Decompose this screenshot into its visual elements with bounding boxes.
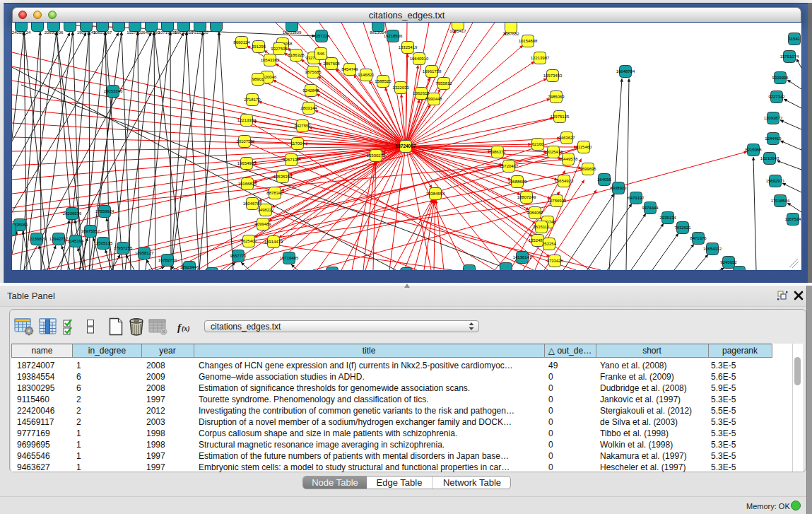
svg-text:1145194: 1145194: [68, 239, 85, 243]
svg-text:1322033: 1322033: [392, 86, 409, 90]
svg-text:7515520: 7515520: [192, 30, 208, 35]
svg-text:8186328: 8186328: [288, 53, 305, 57]
svg-text:1362615: 1362615: [413, 91, 430, 95]
svg-text:7357224: 7357224: [313, 34, 330, 38]
svg-text:1733426: 1733426: [546, 259, 563, 263]
svg-text:18724007: 18724007: [396, 144, 416, 148]
svg-text:7986372: 7986372: [489, 150, 506, 154]
svg-text:(x): (x): [182, 325, 190, 333]
svg-text:117004: 117004: [290, 141, 305, 146]
svg-text:8938923: 8938923: [610, 186, 627, 190]
svg-text:8215958: 8215958: [745, 148, 762, 152]
svg-text:9242848: 9242848: [302, 88, 319, 93]
svg-text:1527602: 1527602: [126, 30, 143, 35]
svg-text:20691406: 20691406: [45, 30, 64, 35]
svg-text:3875685: 3875685: [305, 70, 322, 74]
svg-text:1615112: 1615112: [534, 225, 551, 229]
svg-text:19654923: 19654923: [555, 179, 574, 183]
svg-text:11541: 11541: [789, 37, 801, 41]
svg-text:1095417: 1095417: [449, 29, 466, 33]
svg-text:20053346: 20053346: [104, 89, 123, 93]
svg-text:15716485: 15716485: [280, 256, 299, 260]
svg-text:18807249: 18807249: [517, 195, 536, 199]
svg-text:9329996: 9329996: [772, 76, 789, 80]
svg-text:9657771: 9657771: [230, 254, 247, 258]
svg-text:9327505: 9327505: [271, 47, 288, 51]
svg-text:8660124: 8660124: [233, 40, 250, 45]
svg-text:7632621: 7632621: [674, 226, 691, 230]
svg-text:17957255: 17957255: [114, 246, 133, 250]
svg-text:10973493: 10973493: [543, 74, 563, 78]
svg-text:98901: 98901: [252, 77, 264, 81]
svg-text:4099489: 4099489: [254, 222, 271, 226]
svg-text:7625402: 7625402: [240, 239, 257, 243]
svg-text:15720407: 15720407: [500, 164, 519, 168]
svg-text:16782759: 16782759: [158, 258, 177, 262]
svg-text:12213987: 12213987: [531, 56, 550, 60]
svg-text:12213303: 12213303: [237, 118, 257, 122]
svg-text:9245652: 9245652: [720, 260, 737, 264]
svg-text:62160: 62160: [532, 142, 544, 146]
svg-text:12156829: 12156829: [28, 237, 47, 241]
svg-text:30975857: 30975857: [81, 229, 100, 233]
svg-text:12093872: 12093872: [764, 116, 783, 120]
svg-text:9146821: 9146821: [358, 73, 375, 77]
svg-text:16046788: 16046788: [243, 201, 262, 206]
svg-text:10653267: 10653267: [93, 30, 112, 35]
svg-text:6479197: 6479197: [628, 196, 645, 200]
svg-text:19384554: 19384554: [426, 192, 445, 196]
svg-text:15300275: 15300275: [367, 153, 386, 158]
svg-text:8454749: 8454749: [341, 67, 358, 71]
svg-text:3427552: 3427552: [294, 124, 311, 128]
svg-text:2803144: 2803144: [300, 106, 317, 110]
svg-text:10025438: 10025438: [544, 150, 563, 154]
svg-text:16914479: 16914479: [264, 240, 283, 244]
svg-text:3267130: 3267130: [283, 158, 300, 162]
svg-text:1167534: 1167534: [785, 217, 801, 221]
svg-text:7485063: 7485063: [548, 95, 565, 99]
svg-text:8990448: 8990448: [425, 97, 442, 101]
svg-text:9227342: 9227342: [768, 95, 785, 99]
svg-text:12923446: 12923446: [180, 265, 199, 269]
svg-text:9699695: 9699695: [579, 167, 596, 171]
svg-text:15692971: 15692971: [766, 179, 785, 183]
svg-text:16640910: 16640910: [410, 57, 429, 61]
svg-text:1010755: 1010755: [236, 139, 253, 144]
svg-text:12975125: 12975125: [551, 115, 570, 119]
svg-text:391295: 391295: [252, 45, 266, 49]
svg-text:13535394: 13535394: [273, 175, 293, 179]
svg-text:20206576: 20206576: [63, 211, 82, 216]
svg-text:164095: 164095: [597, 177, 612, 182]
svg-text:16961758: 16961758: [423, 69, 442, 74]
svg-text:10154808: 10154808: [519, 39, 538, 43]
svg-text:24055724: 24055724: [12, 30, 31, 35]
svg-text:15751074: 15751074: [780, 54, 799, 59]
svg-text:14136141: 14136141: [513, 255, 532, 259]
svg-text:13958127: 13958127: [135, 251, 154, 255]
svg-text:13325419: 13325419: [399, 45, 418, 49]
svg-text:3498222: 3498222: [257, 208, 274, 212]
svg-text:10688609: 10688609: [508, 180, 527, 184]
svg-text:9474444: 9474444: [642, 206, 659, 210]
svg-text:16648784: 16648784: [616, 69, 635, 74]
svg-text:2867608: 2867608: [323, 62, 340, 66]
svg-text:15449578: 15449578: [559, 157, 578, 161]
svg-text:16671355: 16671355: [175, 30, 194, 35]
svg-text:16033809: 16033809: [283, 30, 302, 35]
svg-text:10654112: 10654112: [703, 247, 722, 251]
svg-text:10543362: 10543362: [261, 58, 280, 62]
svg-text:16210643: 16210643: [760, 156, 779, 160]
svg-text:1588520: 1588520: [375, 79, 392, 83]
svg-text:8471676: 8471676: [690, 236, 707, 240]
svg-text:7955812: 7955812: [435, 81, 452, 86]
svg-text:8878342: 8878342: [266, 191, 283, 195]
svg-text:2087682: 2087682: [502, 32, 519, 36]
svg-text:19654985: 19654985: [237, 161, 257, 165]
svg-text:19218506: 19218506: [384, 34, 403, 38]
svg-text:2935134: 2935134: [659, 216, 676, 220]
svg-text:12942757: 12942757: [49, 237, 69, 241]
svg-text:9115460: 9115460: [576, 145, 593, 149]
svg-text:1244419: 1244419: [765, 136, 782, 141]
svg-text:2718170: 2718170: [244, 98, 261, 102]
svg-text:17016504: 17016504: [771, 199, 790, 203]
